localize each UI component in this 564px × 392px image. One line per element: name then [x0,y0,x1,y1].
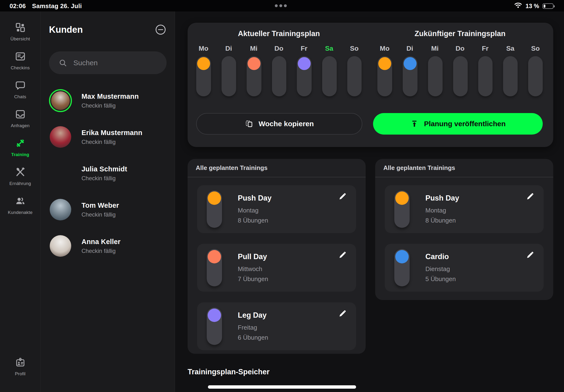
day-slot-mi[interactable] [428,56,443,96]
customer-row[interactable]: Max MustermannCheckin fällig [49,87,166,114]
day-slot-so[interactable] [528,56,543,96]
training-dot-blue [404,57,416,70]
training-day: Freitag [238,324,257,331]
sidebar-nav: ÜbersichtCheckinsChatsAnfragenTrainingEr… [0,12,41,392]
customer-status: Checkin fällig [82,211,119,218]
customer-row[interactable]: Tom WeberCheckin fällig [49,196,166,223]
sidebar-item-profil[interactable]: Profil [1,352,40,381]
copy-week-label: Woche kopieren [259,120,314,128]
day-slot-sa[interactable] [503,56,518,96]
customer-row[interactable]: Julia SchmidtCheckin fällig [49,160,166,186]
customer-row[interactable]: Erika MustermannCheckin fällig [49,124,166,150]
training-day: Mittwoch [238,265,262,273]
day-slot-so[interactable] [347,56,362,96]
copy-week-button[interactable]: Woche kopieren [196,113,362,135]
customer-name: Anna Keller [82,238,121,246]
search-icon [58,58,67,67]
edit-pencil-icon[interactable] [338,192,347,201]
training-name: Push Day [238,194,272,202]
status-left: 02:06 Samstag 26. Juli [10,2,82,10]
future-plan-group: Zukünftiger TrainingsplanMoDiMiDoFrSaSo [377,29,543,96]
customers-panel: Kunden Max MustermannCheckin fälligErika… [41,12,175,392]
sidebar-item-bersicht[interactable]: Übersicht [1,17,40,46]
day-label-sa: Sa [322,45,336,52]
training-name: Pull Day [238,252,267,261]
avatar-selected [49,89,72,112]
publish-plan-button[interactable]: Planung veröffentlichen [373,113,543,135]
training-item-push-day[interactable]: Push DayMontag8 Übungen [385,185,544,233]
sidebar-item-chats[interactable]: Chats [1,75,40,104]
id-badge-icon [15,357,26,369]
wifi-icon [514,2,522,10]
day-slot-mo[interactable] [377,56,392,96]
training-toggle[interactable] [207,249,222,286]
day-label-do: Do [453,45,467,52]
training-exercise-count: 7 Übungen [238,275,268,283]
sidebar-item-anfragen[interactable]: Anfragen [1,104,40,133]
copy-icon [245,120,253,128]
day-label-mo: Mo [377,45,392,52]
training-item-leg-day[interactable]: Leg DayFreitag6 Übungen [197,302,356,350]
training-dot-orange [197,57,210,70]
planned-trainings-card-current: Alle geplanten TrainingsPush DayMontag8 … [188,159,366,354]
training-toggle[interactable] [207,308,222,345]
sidebar-item-label: Checkins [11,65,30,70]
collapse-panel-button[interactable] [155,24,166,35]
people-icon [15,196,26,208]
training-toggle[interactable] [394,191,410,228]
dashboard-icon [15,22,26,34]
training-item-cardio[interactable]: CardioDienstag5 Übungen [385,244,544,292]
day-slot-di[interactable] [403,56,417,96]
search-input[interactable] [73,59,162,67]
customer-row[interactable]: Anna KellerCheckin fällig [49,233,166,259]
edit-pencil-icon[interactable] [338,251,347,260]
day-slot-di[interactable] [221,56,236,96]
training-day: Dienstag [425,265,450,273]
sidebar-item-ernhrung[interactable]: Ernährung [1,162,40,191]
day-label-mi: Mi [246,45,261,52]
edit-pencil-icon[interactable] [525,192,535,201]
sidebar-item-label: Übersicht [10,36,30,42]
sidebar-item-label: Ernährung [9,181,31,186]
sidebar-item-checkins[interactable]: Checkins [1,46,40,75]
day-slot-do[interactable] [272,56,287,96]
edit-pencil-icon[interactable] [525,251,535,260]
day-label-so: So [528,45,543,52]
training-toggle[interactable] [394,249,410,286]
day-slot-mo[interactable] [196,56,211,96]
customer-status: Checkin fällig [82,175,127,182]
sidebar-item-kundenakte[interactable]: Kundenakte [1,191,40,220]
day-slot-do[interactable] [453,56,468,96]
sidebar-item-label: Kundenakte [8,210,32,215]
training-item-pull-day[interactable]: Pull DayMittwoch7 Übungen [197,244,356,292]
day-slot-fr[interactable] [478,56,493,96]
training-color-dot [395,192,409,205]
training-dot-orange [378,57,391,70]
training-color-dot [208,250,221,263]
status-right: 13 % [514,2,553,10]
customer-name: Erika Mustermann [82,129,142,137]
customer-status: Checkin fällig [82,139,142,145]
storage-section-heading: Trainingsplan-Speicher [188,368,270,376]
training-exercise-count: 5 Übungen [425,275,456,283]
search-bar[interactable] [49,51,166,74]
trainings-card-title: Alle geplanten Trainings [375,159,553,177]
sidebar-item-training[interactable]: Training [1,133,40,162]
edit-pencil-icon[interactable] [338,309,347,318]
customer-name: Max Mustermann [82,93,139,100]
training-dot-purple [298,57,311,70]
day-slot-fr[interactable] [297,56,312,96]
training-day: Montag [425,207,446,214]
day-label-mi: Mi [427,45,442,52]
day-label-mo: Mo [196,45,211,52]
day-label-di: Di [221,45,236,52]
day-slot-sa[interactable] [322,56,337,96]
home-indicator[interactable] [208,385,356,389]
training-item-push-day[interactable]: Push DayMontag8 Übungen [197,185,356,233]
training-exercise-count: 6 Übungen [238,334,268,341]
avatar [49,198,72,221]
training-toggle[interactable] [207,191,222,228]
clock-time: 02:06 [10,2,26,10]
day-slot-mi[interactable] [247,56,261,96]
training-exercise-count: 8 Übungen [238,217,268,224]
